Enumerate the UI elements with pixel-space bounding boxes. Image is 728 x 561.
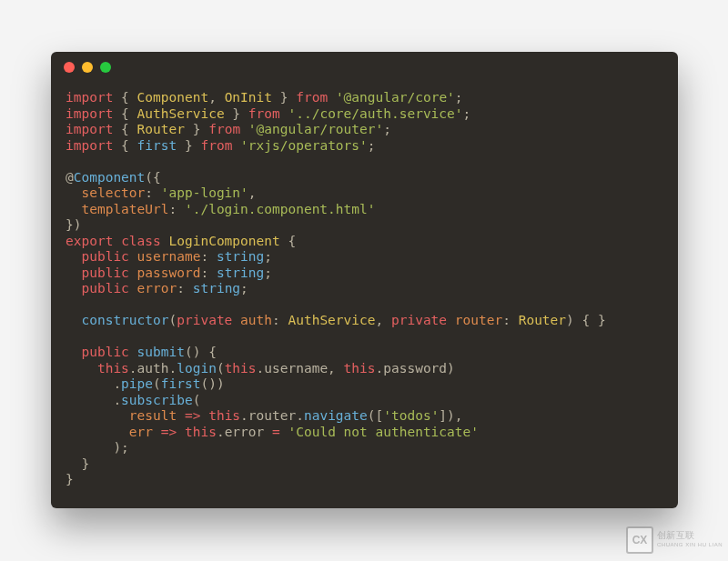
line-12: public password: string; [66, 265, 272, 280]
line-11: public username: string; [66, 249, 272, 264]
line-3: import { Router } from '@angular/router'… [66, 122, 391, 136]
line-13: public error: string; [66, 281, 248, 296]
line-25: } [66, 472, 74, 486]
line-18: this.auth.login(this.username, this.pass… [66, 361, 455, 376]
line-4: import { first } from 'rxjs/operators'; [66, 138, 376, 153]
watermark-text: 创新互联 CHUANG XIN HU LIAN [657, 530, 723, 550]
line-2: import { AuthService } from '../core/aut… [66, 106, 470, 121]
line-24: } [66, 456, 89, 471]
line-23: ); [66, 440, 129, 455]
code-content: import { Component, OnInit } from '@angu… [51, 83, 678, 503]
line-19: .pipe(first()) [66, 376, 225, 391]
line-22: err => this.error = 'Could not authentic… [66, 425, 479, 439]
watermark-line2: CHUANG XIN HU LIAN [657, 540, 723, 550]
line-9: }) [66, 217, 81, 232]
line-16 [66, 329, 74, 344]
line-15: constructor(private auth: AuthService, p… [66, 313, 606, 327]
watermark-line1: 创新互联 [657, 530, 723, 540]
line-10: export class LoginComponent { [66, 234, 296, 248]
line-5 [66, 154, 74, 168]
close-icon[interactable] [64, 62, 75, 73]
line-7: selector: 'app-login', [66, 185, 257, 200]
line-20: .subscribe( [66, 393, 200, 407]
line-6: @Component({ [66, 170, 161, 185]
line-14 [66, 297, 74, 312]
watermark: CX 创新互联 CHUANG XIN HU LIAN [626, 526, 723, 554]
line-21: result => this.router.navigate(['todos']… [66, 408, 463, 423]
line-17: public submit() { [66, 345, 217, 359]
minimize-icon[interactable] [82, 62, 93, 73]
maximize-icon[interactable] [100, 62, 111, 73]
code-window: import { Component, OnInit } from '@angu… [51, 52, 678, 508]
watermark-logo-icon: CX [626, 526, 653, 554]
line-1: import { Component, OnInit } from '@angu… [66, 90, 463, 105]
line-8: templateUrl: './login.component.html' [66, 202, 375, 216]
window-titlebar [51, 52, 678, 83]
